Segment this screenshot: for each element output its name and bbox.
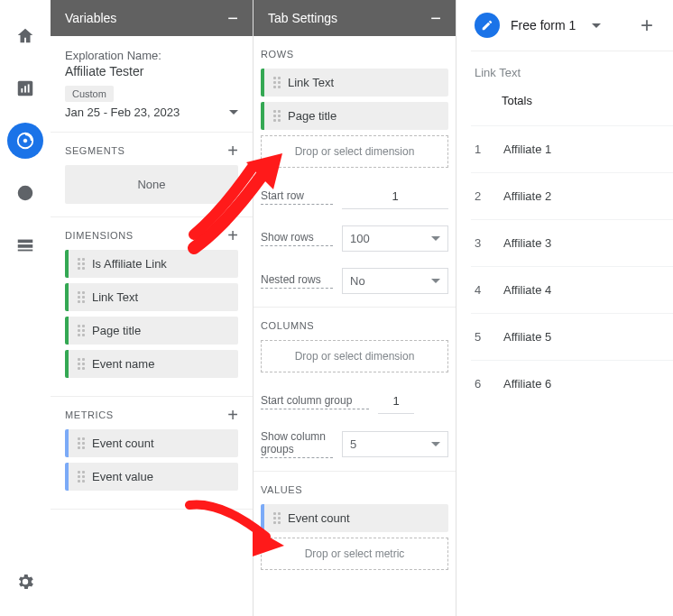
add-dimension-button[interactable]: + bbox=[227, 231, 238, 240]
dimension-pill[interactable]: Page title bbox=[65, 317, 238, 345]
drag-handle-icon[interactable] bbox=[273, 77, 281, 88]
advertising-icon[interactable] bbox=[7, 175, 43, 211]
drag-handle-icon[interactable] bbox=[273, 110, 281, 122]
table-row[interactable]: 3Affiliate 3 bbox=[471, 219, 673, 266]
drag-handle-icon[interactable] bbox=[78, 358, 85, 370]
drag-handle-icon[interactable] bbox=[78, 325, 85, 336]
start-column-group-input[interactable] bbox=[378, 389, 414, 414]
show-column-groups-select[interactable]: 5 bbox=[342, 431, 448, 457]
start-row-input[interactable] bbox=[342, 184, 448, 209]
svg-point-5 bbox=[23, 139, 27, 143]
value-metric-pill[interactable]: Event count bbox=[261, 504, 448, 532]
svg-point-6 bbox=[19, 187, 32, 200]
nested-rows-label: Nested rows bbox=[261, 273, 333, 289]
values-drop-zone[interactable]: Drop or select metric bbox=[261, 538, 448, 570]
date-range-chip: Custom bbox=[65, 86, 114, 102]
metric-pill[interactable]: Event value bbox=[65, 463, 238, 491]
metrics-heading: METRICS bbox=[65, 409, 114, 420]
tab-settings-panel: Tab Settings − ROWS Link Text Page title… bbox=[254, 0, 456, 616]
svg-rect-2 bbox=[24, 86, 26, 92]
row-value: Affiliate 5 bbox=[503, 330, 551, 344]
svg-rect-8 bbox=[18, 244, 33, 248]
exploration-name-label: Exploration Name: bbox=[65, 49, 238, 62]
show-column-groups-label: Show column groups bbox=[261, 430, 333, 458]
drag-handle-icon[interactable] bbox=[78, 258, 85, 270]
row-index: 2 bbox=[475, 189, 503, 203]
date-range-picker[interactable]: Jan 25 - Feb 23, 2023 bbox=[65, 106, 238, 119]
svg-rect-7 bbox=[18, 240, 33, 244]
tab-settings-header[interactable]: Tab Settings − bbox=[254, 0, 456, 36]
drag-handle-icon[interactable] bbox=[78, 471, 85, 483]
row-dimension-pill[interactable]: Page title bbox=[261, 102, 448, 130]
svg-rect-1 bbox=[21, 88, 23, 93]
rows-drop-zone[interactable]: Drop or select dimension bbox=[261, 135, 448, 168]
table-row[interactable]: 5Affiliate 5 bbox=[471, 313, 673, 360]
dimension-pill[interactable]: Is Affiliate Link bbox=[65, 250, 238, 278]
row-value: Affiliate 1 bbox=[503, 143, 551, 156]
dimensions-heading: DIMENSIONS bbox=[65, 230, 134, 241]
start-row-label: Start row bbox=[261, 189, 333, 205]
row-dimension-pill[interactable]: Link Text bbox=[261, 69, 448, 97]
metric-pill[interactable]: Event count bbox=[65, 429, 238, 457]
report-tab-bar: Free form 1 + bbox=[471, 0, 673, 51]
add-segment-button[interactable]: + bbox=[227, 146, 238, 155]
table-row[interactable]: 6Affiliate 6 bbox=[471, 360, 673, 407]
variables-header[interactable]: Variables − bbox=[51, 0, 253, 36]
drag-handle-icon[interactable] bbox=[273, 512, 281, 524]
dimension-pill[interactable]: Link Text bbox=[65, 283, 238, 311]
admin-gear-icon[interactable] bbox=[7, 564, 43, 600]
show-rows-label: Show rows bbox=[261, 231, 333, 246]
report-area: Free form 1 + Link Text Totals 1Affiliat… bbox=[456, 0, 673, 616]
totals-label: Totals bbox=[471, 94, 673, 125]
row-index: 4 bbox=[475, 283, 503, 297]
tab-settings-title: Tab Settings bbox=[268, 11, 337, 25]
caret-down-icon bbox=[431, 442, 440, 446]
row-index: 3 bbox=[475, 236, 503, 250]
caret-down-icon bbox=[431, 279, 440, 283]
columns-heading: COLUMNS bbox=[261, 320, 448, 331]
dimension-pill[interactable]: Event name bbox=[65, 350, 238, 378]
tab-menu-icon[interactable] bbox=[592, 23, 601, 28]
caret-down-icon bbox=[431, 236, 440, 241]
table-row[interactable]: 4Affiliate 4 bbox=[471, 266, 673, 313]
segments-none[interactable]: None bbox=[65, 165, 238, 204]
row-value: Affiliate 4 bbox=[503, 283, 551, 297]
svg-rect-3 bbox=[28, 84, 30, 92]
row-value: Affiliate 6 bbox=[503, 377, 551, 391]
svg-rect-9 bbox=[18, 250, 33, 252]
table-row[interactable]: 1Affiliate 1 bbox=[471, 125, 673, 172]
show-rows-select[interactable]: 100 bbox=[342, 225, 448, 252]
nested-rows-select[interactable]: No bbox=[342, 268, 448, 294]
add-metric-button[interactable]: + bbox=[227, 410, 238, 419]
drag-handle-icon[interactable] bbox=[78, 291, 85, 303]
variables-panel: Variables − Exploration Name: Affiliate … bbox=[51, 0, 254, 616]
date-range-text: Jan 25 - Feb 23, 2023 bbox=[65, 106, 180, 119]
nav-rail bbox=[0, 0, 51, 616]
row-index: 5 bbox=[475, 330, 503, 344]
table-row[interactable]: 2Affiliate 2 bbox=[471, 172, 673, 219]
start-column-group-label: Start column group bbox=[261, 394, 369, 409]
exploration-name-value[interactable]: Affiliate Tester bbox=[65, 64, 238, 78]
report-column-header: Link Text bbox=[471, 51, 673, 94]
segments-heading: SEGMENTS bbox=[65, 145, 125, 156]
drag-handle-icon[interactable] bbox=[78, 437, 85, 449]
add-tab-button[interactable]: + bbox=[632, 13, 662, 38]
row-index: 1 bbox=[475, 143, 503, 156]
edit-icon[interactable] bbox=[475, 13, 500, 38]
report-title[interactable]: Free form 1 bbox=[511, 18, 576, 32]
columns-drop-zone[interactable]: Drop or select dimension bbox=[261, 340, 448, 372]
row-index: 6 bbox=[475, 377, 503, 391]
home-icon[interactable] bbox=[7, 18, 43, 54]
row-value: Affiliate 3 bbox=[503, 236, 551, 250]
row-value: Affiliate 2 bbox=[503, 189, 551, 203]
rows-heading: ROWS bbox=[261, 49, 448, 60]
collapse-icon[interactable]: − bbox=[227, 14, 238, 23]
explore-icon[interactable] bbox=[7, 123, 43, 159]
reports-icon[interactable] bbox=[7, 70, 43, 106]
variables-title: Variables bbox=[65, 11, 116, 25]
collapse-icon[interactable]: − bbox=[430, 14, 441, 23]
configure-icon[interactable] bbox=[7, 227, 43, 263]
caret-down-icon bbox=[229, 110, 238, 115]
values-heading: VALUES bbox=[261, 484, 448, 495]
